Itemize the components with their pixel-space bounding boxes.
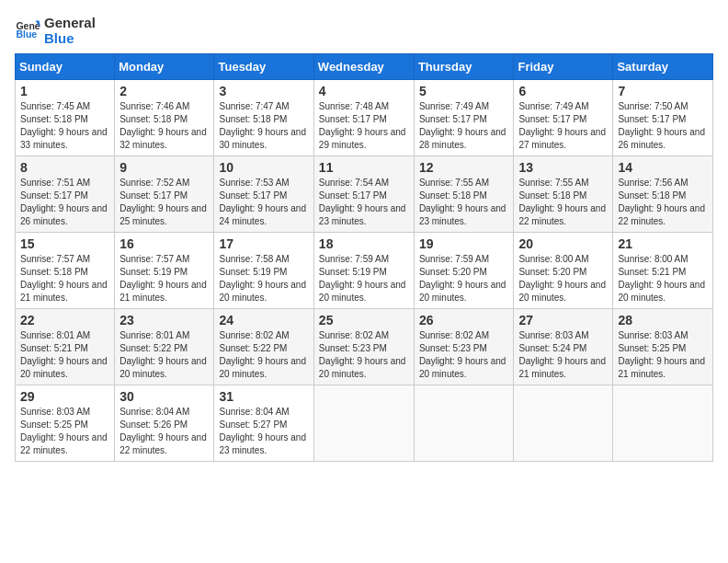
calendar-day-16: 16Sunrise: 7:57 AMSunset: 5:19 PMDayligh… xyxy=(115,233,214,309)
logo: General Blue General Blue xyxy=(15,15,96,46)
calendar-day-19: 19Sunrise: 7:59 AMSunset: 5:20 PMDayligh… xyxy=(414,233,514,309)
calendar-header-row: SundayMondayTuesdayWednesdayThursdayFrid… xyxy=(16,54,713,80)
day-info: Sunrise: 7:58 AMSunset: 5:19 PMDaylight:… xyxy=(219,253,308,304)
calendar-day-22: 22Sunrise: 8:01 AMSunset: 5:21 PMDayligh… xyxy=(16,309,115,385)
logo-text-blue: Blue xyxy=(44,30,96,46)
day-number: 6 xyxy=(518,84,608,98)
day-number: 29 xyxy=(20,389,109,404)
day-info: Sunrise: 8:02 AMSunset: 5:23 PMDaylight:… xyxy=(419,329,509,381)
calendar-day-25: 25Sunrise: 8:02 AMSunset: 5:23 PMDayligh… xyxy=(313,309,414,385)
column-header-wednesday: Wednesday xyxy=(313,54,414,80)
calendar-table: SundayMondayTuesdayWednesdayThursdayFrid… xyxy=(15,53,713,462)
column-header-thursday: Thursday xyxy=(414,54,514,80)
day-info: Sunrise: 7:53 AMSunset: 5:17 PMDaylight:… xyxy=(219,177,308,228)
day-number: 9 xyxy=(119,160,209,175)
calendar-day-4: 4Sunrise: 7:48 AMSunset: 5:17 PMDaylight… xyxy=(313,80,414,156)
calendar-day-29: 29Sunrise: 8:03 AMSunset: 5:25 PMDayligh… xyxy=(16,385,115,462)
day-info: Sunrise: 8:03 AMSunset: 5:25 PMDaylight:… xyxy=(618,329,708,381)
day-number: 14 xyxy=(618,160,708,175)
calendar-day-26: 26Sunrise: 8:02 AMSunset: 5:23 PMDayligh… xyxy=(414,309,514,385)
day-number: 15 xyxy=(20,236,109,251)
day-number: 11 xyxy=(319,160,409,175)
day-info: Sunrise: 7:45 AMSunset: 5:18 PMDaylight:… xyxy=(20,100,109,152)
calendar-day-12: 12Sunrise: 7:55 AMSunset: 5:18 PMDayligh… xyxy=(414,156,514,233)
calendar-day-3: 3Sunrise: 7:47 AMSunset: 5:18 PMDaylight… xyxy=(214,80,313,156)
day-info: Sunrise: 7:55 AMSunset: 5:18 PMDaylight:… xyxy=(518,177,608,228)
svg-text:Blue: Blue xyxy=(16,29,37,40)
day-info: Sunrise: 7:56 AMSunset: 5:18 PMDaylight:… xyxy=(618,177,708,228)
day-number: 22 xyxy=(20,313,109,327)
day-info: Sunrise: 7:47 AMSunset: 5:18 PMDaylight:… xyxy=(219,100,308,152)
calendar-day-9: 9Sunrise: 7:52 AMSunset: 5:17 PMDaylight… xyxy=(115,156,214,233)
day-info: Sunrise: 8:02 AMSunset: 5:22 PMDaylight:… xyxy=(219,329,308,381)
day-number: 13 xyxy=(518,160,608,175)
day-number: 31 xyxy=(219,389,308,404)
day-number: 1 xyxy=(20,84,109,98)
calendar-day-28: 28Sunrise: 8:03 AMSunset: 5:25 PMDayligh… xyxy=(613,309,713,385)
calendar-week-3: 15Sunrise: 7:57 AMSunset: 5:18 PMDayligh… xyxy=(16,233,713,309)
empty-cell xyxy=(313,385,414,462)
day-info: Sunrise: 8:00 AMSunset: 5:20 PMDaylight:… xyxy=(518,253,608,304)
calendar-day-7: 7Sunrise: 7:50 AMSunset: 5:17 PMDaylight… xyxy=(613,80,713,156)
day-number: 30 xyxy=(119,389,209,404)
day-number: 5 xyxy=(419,84,509,98)
column-header-monday: Monday xyxy=(115,54,214,80)
calendar-day-8: 8Sunrise: 7:51 AMSunset: 5:17 PMDaylight… xyxy=(16,156,115,233)
day-info: Sunrise: 7:54 AMSunset: 5:17 PMDaylight:… xyxy=(319,177,409,228)
day-info: Sunrise: 7:57 AMSunset: 5:19 PMDaylight:… xyxy=(119,253,209,304)
calendar-day-27: 27Sunrise: 8:03 AMSunset: 5:24 PMDayligh… xyxy=(514,309,613,385)
calendar-day-31: 31Sunrise: 8:04 AMSunset: 5:27 PMDayligh… xyxy=(214,385,313,462)
calendar-week-4: 22Sunrise: 8:01 AMSunset: 5:21 PMDayligh… xyxy=(16,309,713,385)
calendar-day-21: 21Sunrise: 8:00 AMSunset: 5:21 PMDayligh… xyxy=(613,233,713,309)
day-info: Sunrise: 7:48 AMSunset: 5:17 PMDaylight:… xyxy=(319,100,409,152)
day-info: Sunrise: 7:59 AMSunset: 5:20 PMDaylight:… xyxy=(419,253,509,304)
day-number: 17 xyxy=(219,236,308,251)
calendar-day-1: 1Sunrise: 7:45 AMSunset: 5:18 PMDaylight… xyxy=(16,80,115,156)
calendar-day-17: 17Sunrise: 7:58 AMSunset: 5:19 PMDayligh… xyxy=(214,233,313,309)
empty-cell xyxy=(514,385,613,462)
empty-cell xyxy=(414,385,514,462)
day-info: Sunrise: 7:55 AMSunset: 5:18 PMDaylight:… xyxy=(419,177,509,228)
day-info: Sunrise: 8:01 AMSunset: 5:21 PMDaylight:… xyxy=(20,329,109,381)
day-info: Sunrise: 7:46 AMSunset: 5:18 PMDaylight:… xyxy=(119,100,209,152)
day-info: Sunrise: 8:02 AMSunset: 5:23 PMDaylight:… xyxy=(319,329,409,381)
day-number: 21 xyxy=(618,236,708,251)
day-info: Sunrise: 8:03 AMSunset: 5:25 PMDaylight:… xyxy=(20,406,109,457)
day-number: 3 xyxy=(219,84,308,98)
calendar-day-30: 30Sunrise: 8:04 AMSunset: 5:26 PMDayligh… xyxy=(115,385,214,462)
calendar-day-23: 23Sunrise: 8:01 AMSunset: 5:22 PMDayligh… xyxy=(115,309,214,385)
day-info: Sunrise: 8:04 AMSunset: 5:26 PMDaylight:… xyxy=(119,406,209,457)
day-number: 20 xyxy=(518,236,608,251)
calendar-week-1: 1Sunrise: 7:45 AMSunset: 5:18 PMDaylight… xyxy=(16,80,713,156)
day-info: Sunrise: 7:52 AMSunset: 5:17 PMDaylight:… xyxy=(119,177,209,228)
logo-text-general: General xyxy=(44,15,96,30)
day-info: Sunrise: 8:01 AMSunset: 5:22 PMDaylight:… xyxy=(119,329,209,381)
day-number: 26 xyxy=(419,313,509,327)
day-number: 2 xyxy=(119,84,209,98)
day-number: 10 xyxy=(219,160,308,175)
calendar-day-10: 10Sunrise: 7:53 AMSunset: 5:17 PMDayligh… xyxy=(214,156,313,233)
calendar-day-6: 6Sunrise: 7:49 AMSunset: 5:17 PMDaylight… xyxy=(514,80,613,156)
day-info: Sunrise: 7:49 AMSunset: 5:17 PMDaylight:… xyxy=(518,100,608,152)
day-number: 4 xyxy=(319,84,409,98)
day-number: 23 xyxy=(119,313,209,327)
day-number: 25 xyxy=(319,313,409,327)
column-header-tuesday: Tuesday xyxy=(214,54,313,80)
day-info: Sunrise: 7:49 AMSunset: 5:17 PMDaylight:… xyxy=(419,100,509,152)
day-info: Sunrise: 7:59 AMSunset: 5:19 PMDaylight:… xyxy=(319,253,409,304)
calendar-day-24: 24Sunrise: 8:02 AMSunset: 5:22 PMDayligh… xyxy=(214,309,313,385)
empty-cell xyxy=(613,385,713,462)
day-info: Sunrise: 8:04 AMSunset: 5:27 PMDaylight:… xyxy=(219,406,308,457)
column-header-friday: Friday xyxy=(514,54,613,80)
calendar-day-18: 18Sunrise: 7:59 AMSunset: 5:19 PMDayligh… xyxy=(313,233,414,309)
column-header-sunday: Sunday xyxy=(16,54,115,80)
calendar-day-5: 5Sunrise: 7:49 AMSunset: 5:17 PMDaylight… xyxy=(414,80,514,156)
day-number: 19 xyxy=(419,236,509,251)
day-info: Sunrise: 8:03 AMSunset: 5:24 PMDaylight:… xyxy=(518,329,608,381)
day-info: Sunrise: 7:50 AMSunset: 5:17 PMDaylight:… xyxy=(618,100,708,152)
calendar-day-15: 15Sunrise: 7:57 AMSunset: 5:18 PMDayligh… xyxy=(16,233,115,309)
calendar-week-5: 29Sunrise: 8:03 AMSunset: 5:25 PMDayligh… xyxy=(16,385,713,462)
day-info: Sunrise: 7:57 AMSunset: 5:18 PMDaylight:… xyxy=(20,253,109,304)
day-number: 27 xyxy=(518,313,608,327)
day-number: 24 xyxy=(219,313,308,327)
